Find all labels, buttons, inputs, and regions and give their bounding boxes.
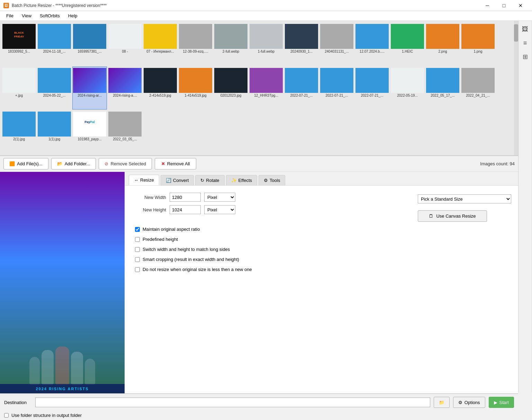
list-item[interactable]: 12-38-09-ezq..... xyxy=(178,23,213,66)
menu-file[interactable]: File xyxy=(3,12,17,20)
list-item[interactable]: 2-full.webp xyxy=(214,23,248,66)
new-width-label: New Width xyxy=(132,195,166,200)
list-item[interactable]: 2024-rising-a.... xyxy=(108,67,142,110)
start-button[interactable]: ▶ Start xyxy=(489,397,514,408)
predefined-height-label: Predefined height xyxy=(143,237,178,242)
width-unit-select[interactable]: Pixel Percent Inch cm xyxy=(204,193,235,202)
list-item[interactable]: 2-414x519.jpg xyxy=(143,67,178,110)
toolbar: 🟧 Add File(s)... 📂 Add Folder... ⊘ Remov… xyxy=(0,156,518,172)
minimize-button[interactable]: ─ xyxy=(479,0,495,11)
list-item[interactable]: 2024-rising-ar... xyxy=(72,67,107,110)
list-item[interactable]: 2022_05_17_... xyxy=(425,67,460,110)
list-item[interactable]: PayPal101983_payp... xyxy=(72,110,107,154)
rotate-tab-label: Rotate xyxy=(206,178,219,183)
menu-softorbits[interactable]: SoftOrbits xyxy=(36,12,63,20)
remove-all-button[interactable]: ✖ Remove All xyxy=(155,158,196,169)
sidebar-icon-photos[interactable]: 🖼 xyxy=(520,24,531,35)
use-folder-checkbox[interactable] xyxy=(4,413,9,418)
tab-tools[interactable]: ⚙ Tools xyxy=(259,175,285,185)
list-item[interactable]: 1.HEIC xyxy=(390,23,425,66)
preview-panel: 2024 RISING ARTISTS xyxy=(0,172,125,393)
list-item[interactable]: 2022_04_21_... xyxy=(461,67,495,110)
image-label: 2024-05-22_... xyxy=(38,94,71,97)
list-item[interactable]: 2022_03_05_... xyxy=(108,110,142,154)
add-files-label: Add File(s)... xyxy=(17,161,43,166)
menu-view[interactable]: View xyxy=(18,12,35,20)
list-item[interactable]: 1-414x519.jpg xyxy=(178,67,213,110)
tab-effects[interactable]: ✨ Effects xyxy=(226,175,258,185)
sidebar-icon-grid[interactable]: ⊞ xyxy=(520,51,531,62)
remove-selected-button[interactable]: ⊘ Remove Selected xyxy=(99,158,152,169)
browse-button[interactable]: 📁 xyxy=(434,397,450,408)
options-button[interactable]: ⚙ Options xyxy=(453,397,485,408)
list-item[interactable]: 02012023.jpg xyxy=(214,67,248,110)
destination-input[interactable] xyxy=(35,397,430,407)
standard-size-select[interactable]: Pick a Standard Size xyxy=(418,194,511,203)
maximize-button[interactable]: □ xyxy=(496,0,512,11)
no-resize-smaller-checkbox[interactable] xyxy=(135,267,140,272)
footer: Destination 📁 ⚙ Options ▶ Start xyxy=(0,394,518,411)
list-item[interactable]: 1-full.webp xyxy=(249,23,283,66)
title-bar: 🖼 Batch Picture Resizer - ****Unregister… xyxy=(0,0,532,11)
image-label: 1.png xyxy=(461,50,495,53)
image-label: 07 - Ингерманл... xyxy=(144,50,177,53)
tab-content-resize: New Width Pixel Percent Inch cm xyxy=(125,186,518,393)
rotate-tab-icon: ↻ xyxy=(200,178,204,183)
smart-crop-checkbox[interactable] xyxy=(135,257,140,262)
options-label: Options xyxy=(465,400,480,405)
tabs-header: ↔ Resize 🔄 Convert ↻ Rotate ✨ Effects xyxy=(125,172,518,186)
canvas-resize-button[interactable]: 🗒 Use Canvas Resize xyxy=(418,210,487,222)
list-item[interactable]: 1(1).jpg xyxy=(37,110,72,154)
list-item[interactable]: 1659957381_... xyxy=(72,23,107,66)
list-item[interactable]: BLACKFRIDAY18330992_5... xyxy=(2,23,36,66)
new-width-row: New Width Pixel Percent Inch cm xyxy=(132,193,407,202)
menu-help[interactable]: Help xyxy=(65,12,81,20)
list-item[interactable]: 2(1).jpg xyxy=(2,110,36,154)
list-item[interactable]: 08 - xyxy=(108,23,142,66)
new-height-row: New Height Pixel Percent Inch cm xyxy=(132,205,407,214)
menu-bar: File View SoftOrbits Help xyxy=(0,11,532,21)
list-item[interactable]: 2022-07-21_... xyxy=(284,67,319,110)
image-label: 2022_05_17_... xyxy=(426,94,459,97)
image-label: 1.HEIC xyxy=(391,50,424,53)
image-label: 2(1).jpg xyxy=(2,137,36,141)
close-button[interactable]: ✕ xyxy=(513,0,529,11)
list-item[interactable]: 07 - Ингерманл... xyxy=(143,23,178,66)
smart-crop-row: Smart cropping (result in exact width an… xyxy=(135,257,511,262)
list-item[interactable]: 2024-11-18_... xyxy=(37,23,72,66)
image-label: 2404031131_... xyxy=(320,50,353,53)
predefined-height-row: Predefined height xyxy=(135,237,511,242)
convert-tab-label: Convert xyxy=(173,178,189,183)
switch-sides-checkbox[interactable] xyxy=(135,247,140,252)
list-item[interactable]: 1.png xyxy=(461,23,495,66)
resize-tab-label: Resize xyxy=(140,177,154,183)
tools-tab-label: Tools xyxy=(270,178,280,183)
new-height-input[interactable] xyxy=(170,205,201,214)
images-count: Images count: 94 xyxy=(480,161,515,166)
browse-icon: 📁 xyxy=(439,400,444,405)
predefined-height-checkbox[interactable] xyxy=(135,237,140,242)
list-item[interactable]: 2022-07-21_... xyxy=(355,67,389,110)
list-item[interactable]: 2404031131_... xyxy=(319,23,354,66)
tab-rotate[interactable]: ↻ Rotate xyxy=(195,175,224,185)
maintain-aspect-checkbox[interactable] xyxy=(135,227,140,232)
list-item[interactable]: 2024-05-22_... xyxy=(37,67,72,110)
height-unit-select[interactable]: Pixel Percent Inch cm xyxy=(204,205,235,214)
gear-icon: ⚙ xyxy=(458,400,462,405)
list-item[interactable]: 2.png xyxy=(425,23,460,66)
list-item[interactable]: +.jpg xyxy=(2,67,36,110)
window-title: Batch Picture Resizer - ****Unregistered… xyxy=(12,3,107,8)
sidebar-icon-list[interactable]: ≡ xyxy=(520,37,531,49)
add-folder-button[interactable]: 📂 Add Folder... xyxy=(51,158,96,169)
list-item[interactable]: 12.07.2024.b..... xyxy=(355,23,389,66)
list-item[interactable]: 2022-07-21_... xyxy=(319,67,354,110)
new-width-input[interactable] xyxy=(170,193,201,202)
list-item[interactable]: 12_HHR3Tpg... xyxy=(249,67,283,110)
image-label: 1-full.webp xyxy=(250,50,283,53)
add-files-button[interactable]: 🟧 Add File(s)... xyxy=(3,158,48,169)
tab-resize[interactable]: ↔ Resize xyxy=(129,175,159,185)
no-resize-smaller-row: Do not resize when original size is less… xyxy=(135,267,511,272)
tab-convert[interactable]: 🔄 Convert xyxy=(161,175,194,185)
list-item[interactable]: 20240930_1... xyxy=(284,23,319,66)
list-item[interactable]: 2022-05-19... xyxy=(390,67,425,110)
